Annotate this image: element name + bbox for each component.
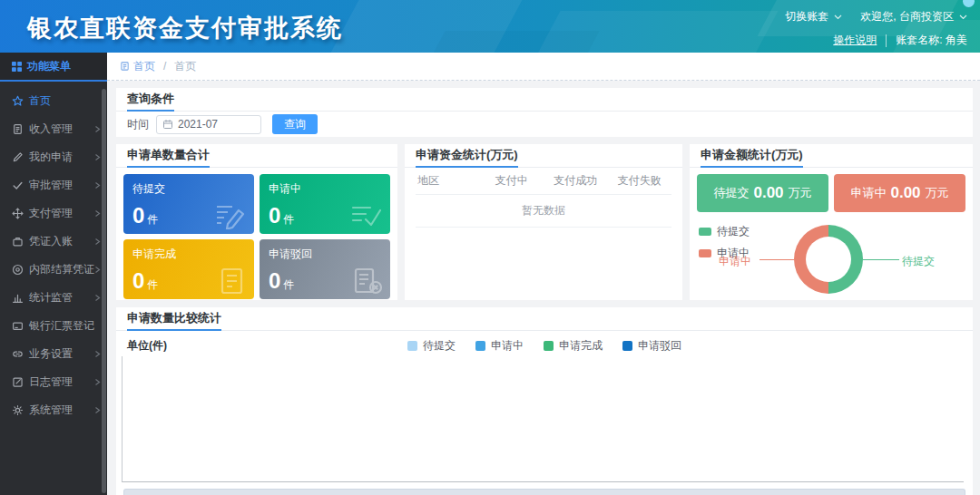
sidebar-item-my-applications[interactable]: 我的申请 [0, 143, 107, 171]
sidebar-item-income[interactable]: 收入管理 [0, 115, 107, 143]
chevron-right-icon [94, 238, 101, 246]
column-header: 支付成功 [544, 173, 608, 189]
legend-swatch [699, 228, 711, 236]
briefcase-icon [12, 236, 24, 248]
sidebar-item-label: 银行汇票登记 [29, 318, 94, 334]
legend-item-inprogress[interactable]: 申请中 [475, 338, 524, 354]
stat-card-rejected[interactable]: 申请驳回 0件 [260, 239, 390, 299]
unit-label: 单位(件) [127, 338, 167, 354]
legend-item-rejected[interactable]: 申请驳回 [622, 338, 681, 354]
legend-item-pending[interactable]: 待提交 [699, 224, 750, 239]
fund-table: 地区 支付中 支付成功 支付失败 暂无数据 [405, 168, 682, 228]
sidebar-item-label: 业务设置 [29, 346, 73, 362]
time-input[interactable]: 2021-07 [156, 115, 261, 134]
header-divider [886, 34, 887, 47]
sidebar-item-bank-draft[interactable]: 银行汇票登记 [0, 312, 107, 340]
chevron-right-icon [94, 294, 101, 302]
sidebar-item-statistics[interactable]: 统计监管 [0, 284, 107, 312]
user-dropdown[interactable]: 欢迎您, 台商投资区 [860, 9, 967, 24]
breadcrumb-current: 首页 [174, 59, 196, 74]
time-label: 时间 [127, 117, 149, 132]
chevron-down-icon [834, 15, 842, 20]
sidebar-scrollbar[interactable] [102, 89, 106, 493]
target-icon [12, 264, 24, 276]
amount-panel-title: 申请金额统计(万元) [690, 144, 973, 168]
card-icon [12, 320, 24, 332]
edit-square-icon [12, 376, 24, 388]
column-header: 支付失败 [608, 173, 672, 189]
sidebar-item-system[interactable]: 系统管理 [0, 396, 107, 424]
count-panel-title: 申请单数量合计 [116, 144, 397, 168]
chevron-down-icon [959, 15, 967, 20]
switch-account-dropdown[interactable]: 切换账套 [785, 9, 842, 24]
compare-chart-plot-area [122, 356, 964, 482]
app-root: 银农直联资金支付审批系统 切换账套 欢迎您, 台商投资区 操作说明 账套名称: … [0, 0, 980, 495]
app-title: 银农直联资金支付审批系统 [27, 12, 343, 44]
link-icon [12, 348, 24, 360]
stat-card-in-progress[interactable]: 申请中 0件 [260, 174, 390, 234]
sidebar-item-label: 收入管理 [29, 121, 73, 137]
chevron-right-icon [94, 125, 101, 133]
compare-panel-title: 申请数量比较统计 [116, 307, 973, 331]
empty-state-text: 暂无数据 [416, 195, 671, 228]
chart-datazoom-scrollbar[interactable] [123, 489, 965, 495]
legend-swatch [407, 341, 417, 351]
sidebar-item-label: 我的申请 [29, 150, 73, 165]
legend-swatch [699, 249, 711, 257]
welcome-label: 欢迎您, 台商投资区 [860, 9, 954, 24]
sidebar-item-voucher-entry[interactable]: 凭证入账 [0, 228, 107, 256]
amount-pending-button[interactable]: 待提交 0.00 万元 [697, 174, 828, 212]
chevron-right-icon [94, 350, 101, 358]
sidebar-item-label: 系统管理 [29, 403, 73, 418]
legend-swatch [475, 341, 485, 351]
count-panel: 申请单数量合计 待提交 0件 申请中 0件 申请完成 0件 [116, 144, 397, 300]
breadcrumb-home[interactable]: 首页 [120, 59, 155, 74]
check-icon [12, 180, 24, 191]
sidebar-item-internal-settlement[interactable]: 内部结算凭证 [0, 256, 107, 284]
operation-guide-link[interactable]: 操作说明 [833, 33, 877, 48]
menu-header-label: 功能菜单 [27, 59, 71, 74]
legend-swatch [544, 341, 554, 351]
column-header: 地区 [416, 173, 480, 189]
account-name: 账套名称: 角美 [896, 33, 967, 48]
star-icon [12, 95, 24, 107]
sidebar-item-payment[interactable]: 支付管理 [0, 199, 107, 228]
sidebar-item-label: 统计监管 [29, 290, 73, 306]
document-icon [120, 61, 130, 72]
switch-account-label: 切换账套 [785, 9, 828, 24]
grid-icon [12, 62, 22, 72]
chevron-right-icon [94, 181, 101, 189]
sidebar-item-log[interactable]: 日志管理 [0, 368, 107, 396]
sidebar-item-label: 凭证入账 [29, 234, 73, 249]
donut-callout-label: 申请中 [719, 254, 751, 269]
query-panel-title: 查询条件 [116, 88, 973, 112]
sidebar-item-home[interactable]: 首页 [0, 87, 107, 115]
edit-document-icon [214, 202, 247, 229]
stat-card-completed[interactable]: 申请完成 0件 [123, 239, 254, 299]
legend-item-pending[interactable]: 待提交 [407, 338, 456, 354]
legend-item-completed[interactable]: 申请完成 [544, 338, 603, 354]
sidebar-item-label: 审批管理 [29, 178, 73, 193]
chevron-right-icon [94, 378, 101, 386]
app-header: 银农直联资金支付审批系统 切换账套 欢迎您, 台商投资区 操作说明 账套名称: … [0, 0, 980, 53]
document-reject-icon [350, 267, 383, 295]
amount-inprogress-button[interactable]: 申请中 0.00 万元 [834, 174, 965, 212]
donut-callout-line [863, 259, 899, 260]
sidebar-item-approval[interactable]: 审批管理 [0, 171, 107, 199]
chevron-right-icon [94, 406, 101, 414]
sidebar-item-business-settings[interactable]: 业务设置 [0, 340, 107, 368]
fund-panel: 申请资金统计(万元) 地区 支付中 支付成功 支付失败 暂无数据 [405, 144, 682, 300]
sidebar: 功能菜单 首页 收入管理 我的申请 审批管理 [0, 53, 107, 495]
sidebar-nav: 首页 收入管理 我的申请 审批管理 支付管理 [0, 82, 107, 424]
donut-callout-line [760, 259, 794, 260]
search-button[interactable]: 查询 [272, 114, 318, 134]
bar-chart-icon [12, 292, 24, 304]
fund-panel-title: 申请资金统计(万元) [405, 144, 682, 168]
stat-card-pending-submit[interactable]: 待提交 0件 [123, 174, 254, 234]
notification-dot [963, 0, 975, 7]
calendar-icon [162, 119, 173, 130]
sidebar-item-label: 支付管理 [29, 206, 73, 221]
breadcrumb: 首页 / 首页 [107, 53, 980, 81]
amount-panel: 申请金额统计(万元) 待提交 0.00 万元 申请中 0.00 万元 [690, 144, 973, 300]
chevron-right-icon [94, 153, 101, 161]
